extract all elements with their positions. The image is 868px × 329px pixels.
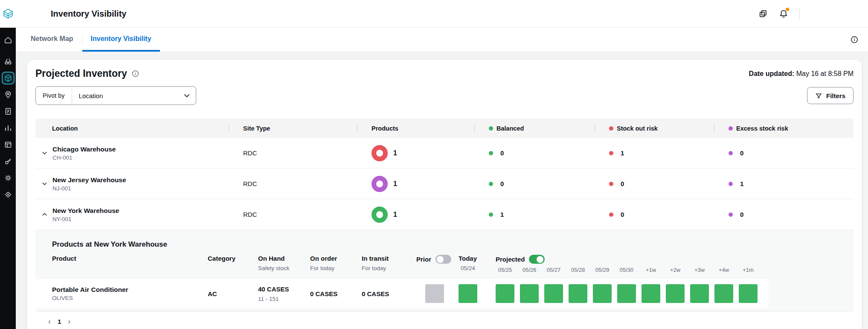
binoculars-icon xyxy=(4,57,12,66)
site-type: RDC xyxy=(243,211,257,218)
balanced-dot xyxy=(489,213,493,217)
filter-funnel-icon xyxy=(815,92,822,99)
column-header-location: Location xyxy=(35,119,229,138)
excess-dot xyxy=(729,126,733,131)
row-collapse-chevron-icon[interactable] xyxy=(39,209,50,220)
projected-inventory-cell[interactable] xyxy=(714,284,733,303)
date-updated: Date updated: May 16 at 8:58 PM xyxy=(749,70,853,78)
prior-toggle[interactable] xyxy=(435,255,451,264)
product-row[interactable]: Portable Air Conditioner OLIVES AC 40 CA… xyxy=(35,279,769,308)
excess-count: 0 xyxy=(740,211,743,218)
products-risk-donut xyxy=(372,176,388,192)
gear-icon xyxy=(4,174,12,182)
toggle-knob xyxy=(537,256,543,263)
sidebar-item-home[interactable] xyxy=(2,34,15,47)
table-row-chicago[interactable]: Chicago Warehouse CH-001 RDC 1 0 1 0 xyxy=(35,138,853,169)
stock-out-count: 0 xyxy=(621,180,624,187)
row-expand-chevron-icon[interactable] xyxy=(39,178,50,189)
page-content: Projected Inventory Date updated: May 16… xyxy=(16,52,868,329)
detail-column-projected: Projected 05/2505/2605/2705/2805/2905/30… xyxy=(496,255,853,273)
column-header-stock-out-risk: Stock out risk xyxy=(595,119,714,138)
pagination: ‹ 1 › xyxy=(35,312,853,326)
sidebar-item-integrations[interactable] xyxy=(2,188,15,201)
projected-date-label: +4w xyxy=(714,267,733,273)
projected-inventory-cell[interactable] xyxy=(593,284,612,303)
product-name: Portable Air Conditioner xyxy=(52,286,208,294)
detail-column-prior: Prior xyxy=(416,255,459,273)
pivot-by-select[interactable]: Pivot by Location xyxy=(35,86,196,105)
projected-inventory-cell[interactable] xyxy=(690,284,709,303)
on-order-value: 0 CASES xyxy=(310,290,362,297)
tab-network-map[interactable]: Network Map xyxy=(22,28,82,52)
sidebar-item-analytics[interactable] xyxy=(2,122,15,134)
projected-date-label: +1m xyxy=(739,267,758,273)
column-header-products: Products xyxy=(357,119,474,138)
projected-inventory-cell[interactable] xyxy=(739,284,758,303)
expanded-products-panel: Products at New York Warehouse Product C… xyxy=(35,230,853,312)
tab-label: Network Map xyxy=(31,35,73,43)
header-actions xyxy=(758,8,800,20)
stock-out-dot xyxy=(609,182,613,186)
projected-inventory-cell[interactable] xyxy=(617,284,636,303)
title-info-icon[interactable] xyxy=(131,70,139,78)
sidebar-item-orders[interactable] xyxy=(2,105,15,118)
tab-bar: Network Map Inventory Visibility xyxy=(16,28,868,52)
projected-inventory-card: Projected Inventory Date updated: May 16… xyxy=(27,60,862,329)
location-name: New Jersey Warehouse xyxy=(52,176,126,184)
pagination-page-1[interactable]: 1 xyxy=(58,318,61,325)
locations-table: Location Site Type Products Balanced Sto… xyxy=(35,119,853,312)
projected-cells xyxy=(496,284,769,303)
stock-out-count: 0 xyxy=(621,211,624,218)
site-type: RDC xyxy=(243,149,257,157)
pivot-by-label: Pivot by xyxy=(36,92,72,99)
today-date-label: 05/24 xyxy=(459,265,477,271)
pagination-prev-button[interactable]: ‹ xyxy=(48,317,51,326)
table-icon xyxy=(4,140,12,149)
row-expand-chevron-icon[interactable] xyxy=(39,148,50,159)
today-inventory-cell[interactable] xyxy=(459,284,477,303)
projected-inventory-cell[interactable] xyxy=(544,284,563,303)
excess-count: 0 xyxy=(740,149,743,157)
table-row-new-york[interactable]: New York Warehouse NY-001 RDC 1 1 0 0 xyxy=(35,199,853,230)
projected-date-label: 05/28 xyxy=(569,267,587,273)
products-count: 1 xyxy=(393,211,397,218)
detail-column-in-transit: In transitFor today xyxy=(362,255,416,273)
filters-label: Filters xyxy=(826,92,845,99)
column-header-site-type: Site Type xyxy=(229,119,357,138)
filters-button[interactable]: Filters xyxy=(807,87,853,104)
projected-toggle[interactable] xyxy=(529,255,545,264)
app-logo[interactable] xyxy=(0,8,16,19)
location-code: CH-001 xyxy=(52,154,116,161)
prior-inventory-cell[interactable] xyxy=(425,284,444,303)
products-count: 1 xyxy=(393,149,397,157)
notifications-bell-icon[interactable] xyxy=(779,9,788,18)
excess-dot xyxy=(729,213,733,217)
sidebar-item-insights[interactable] xyxy=(2,55,15,68)
site-type: RDC xyxy=(243,180,257,187)
excess-dot xyxy=(729,151,733,155)
balanced-dot xyxy=(489,151,493,155)
projected-dates: 05/2505/2605/2705/2805/2905/30+1w+2w+3w+… xyxy=(496,267,853,273)
tag-icon xyxy=(4,190,12,199)
detail-header-row: Product Category On HandSafety stock On … xyxy=(35,255,853,273)
projected-date-label: +3w xyxy=(690,267,709,273)
resources-stack-icon[interactable] xyxy=(758,9,768,18)
on-hand-value: 40 CASES xyxy=(258,285,310,293)
sidebar-item-network[interactable] xyxy=(2,88,15,101)
sidebar-item-access[interactable] xyxy=(2,155,15,168)
in-transit-value: 0 CASES xyxy=(362,290,416,297)
table-row-new-jersey[interactable]: New Jersey Warehouse NJ-001 RDC 1 0 0 1 xyxy=(35,169,853,199)
projected-inventory-cell[interactable] xyxy=(569,284,587,303)
sidebar-item-inventory[interactable] xyxy=(2,72,15,84)
tab-inventory-visibility[interactable]: Inventory Visibility xyxy=(82,28,160,52)
projected-inventory-cell[interactable] xyxy=(520,284,539,303)
projected-inventory-cell[interactable] xyxy=(642,284,660,303)
pagination-next-button[interactable]: › xyxy=(68,317,70,326)
page-info-icon[interactable] xyxy=(850,35,859,44)
projected-inventory-cell[interactable] xyxy=(666,284,685,303)
projected-inventory-cell[interactable] xyxy=(496,284,514,303)
safety-stock-value: 11 - 151 xyxy=(258,296,310,302)
products-risk-donut xyxy=(372,145,388,161)
sidebar-item-settings[interactable] xyxy=(2,172,15,184)
sidebar-item-data[interactable] xyxy=(2,138,15,151)
